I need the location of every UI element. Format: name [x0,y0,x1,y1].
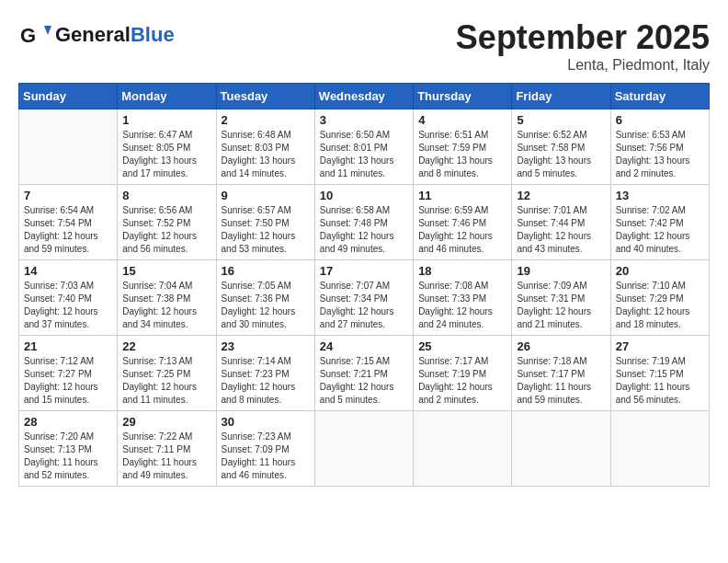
day-number: 30 [222,415,310,429]
day-info: Sunrise: 6:53 AMSunset: 7:56 PMDaylight:… [616,129,704,180]
calendar-cell: 24Sunrise: 7:15 AMSunset: 7:21 PMDayligh… [314,336,413,411]
calendar-table: SundayMondayTuesdayWednesdayThursdayFrid… [18,83,710,487]
day-number: 27 [616,339,704,353]
day-info: Sunrise: 6:54 AMSunset: 7:54 PMDaylight:… [24,204,112,256]
day-info: Sunrise: 7:10 AMSunset: 7:29 PMDaylight:… [616,280,704,331]
weekday-friday: Friday [512,84,610,109]
day-number: 11 [418,189,506,202]
day-number: 28 [24,415,112,429]
day-info: Sunrise: 6:58 AMSunset: 7:48 PMDaylight:… [320,204,408,256]
day-number: 25 [418,339,506,353]
weekday-monday: Monday [118,84,216,109]
day-number: 13 [616,189,704,202]
day-number: 21 [24,339,112,353]
day-number: 5 [517,113,605,127]
calendar-cell: 20Sunrise: 7:10 AMSunset: 7:29 PMDayligh… [610,260,709,336]
calendar-cell: 21Sunrise: 7:12 AMSunset: 7:27 PMDayligh… [19,336,118,411]
calendar-cell: 10Sunrise: 6:58 AMSunset: 7:48 PMDayligh… [314,185,413,260]
weekday-sunday: Sunday [19,84,118,109]
location-title: Lenta, Piedmont, Italy [456,57,710,74]
calendar-cell: 16Sunrise: 7:05 AMSunset: 7:36 PMDayligh… [216,260,314,336]
day-info: Sunrise: 7:23 AMSunset: 7:09 PMDaylight:… [222,431,310,482]
svg-marker-1 [44,26,51,35]
day-info: Sunrise: 7:19 AMSunset: 7:15 PMDaylight:… [616,355,704,407]
day-number: 16 [222,264,310,278]
day-info: Sunrise: 7:03 AMSunset: 7:40 PMDaylight:… [24,280,112,331]
page-header: G GeneralBlue September 2025 Lenta, Pied… [18,18,710,74]
day-info: Sunrise: 6:50 AMSunset: 8:01 PMDaylight:… [320,129,408,180]
calendar-cell: 26Sunrise: 7:18 AMSunset: 7:17 PMDayligh… [512,336,610,411]
calendar-cell: 30Sunrise: 7:23 AMSunset: 7:09 PMDayligh… [216,411,314,487]
day-info: Sunrise: 7:02 AMSunset: 7:42 PMDaylight:… [616,204,704,256]
day-info: Sunrise: 7:20 AMSunset: 7:13 PMDaylight:… [24,431,112,482]
day-info: Sunrise: 6:59 AMSunset: 7:46 PMDaylight:… [418,204,506,256]
calendar-cell: 11Sunrise: 6:59 AMSunset: 7:46 PMDayligh… [414,185,512,260]
calendar-cell [19,109,118,185]
calendar-cell: 15Sunrise: 7:04 AMSunset: 7:38 PMDayligh… [118,260,216,336]
calendar-cell: 29Sunrise: 7:22 AMSunset: 7:11 PMDayligh… [118,411,216,487]
day-info: Sunrise: 7:07 AMSunset: 7:34 PMDaylight:… [320,280,408,331]
calendar-cell: 18Sunrise: 7:08 AMSunset: 7:33 PMDayligh… [414,260,512,336]
logo-general: General [55,23,131,46]
month-title: September 2025 [456,18,710,57]
week-row-4: 21Sunrise: 7:12 AMSunset: 7:27 PMDayligh… [19,336,710,411]
calendar-cell: 14Sunrise: 7:03 AMSunset: 7:40 PMDayligh… [19,260,118,336]
week-row-1: 1Sunrise: 6:47 AMSunset: 8:05 PMDaylight… [19,109,710,185]
calendar-cell [314,411,413,487]
day-number: 17 [320,264,408,278]
day-info: Sunrise: 7:18 AMSunset: 7:17 PMDaylight:… [517,355,605,407]
day-number: 18 [418,264,506,278]
calendar-cell: 13Sunrise: 7:02 AMSunset: 7:42 PMDayligh… [610,185,709,260]
day-info: Sunrise: 7:04 AMSunset: 7:38 PMDaylight:… [122,280,210,331]
day-number: 3 [320,113,408,127]
weekday-saturday: Saturday [610,84,709,109]
calendar-cell: 27Sunrise: 7:19 AMSunset: 7:15 PMDayligh… [610,336,709,411]
day-info: Sunrise: 6:51 AMSunset: 7:59 PMDaylight:… [418,129,506,180]
logo-icon: G [18,18,51,52]
day-number: 15 [122,264,210,278]
calendar-cell: 17Sunrise: 7:07 AMSunset: 7:34 PMDayligh… [314,260,413,336]
calendar-cell: 7Sunrise: 6:54 AMSunset: 7:54 PMDaylight… [19,185,118,260]
day-number: 1 [122,113,210,127]
calendar-cell [610,411,709,487]
day-info: Sunrise: 6:57 AMSunset: 7:50 PMDaylight:… [222,204,310,256]
weekday-wednesday: Wednesday [314,84,413,109]
day-number: 4 [418,113,506,127]
calendar-cell: 8Sunrise: 6:56 AMSunset: 7:52 PMDaylight… [118,185,216,260]
day-info: Sunrise: 6:47 AMSunset: 8:05 PMDaylight:… [122,129,210,180]
logo-blue: Blue [131,23,175,46]
calendar-cell: 19Sunrise: 7:09 AMSunset: 7:31 PMDayligh… [512,260,610,336]
calendar-cell: 9Sunrise: 6:57 AMSunset: 7:50 PMDaylight… [216,185,314,260]
day-info: Sunrise: 6:48 AMSunset: 8:03 PMDaylight:… [222,129,310,180]
calendar-cell [512,411,610,487]
day-info: Sunrise: 6:52 AMSunset: 7:58 PMDaylight:… [517,129,605,180]
title-area: September 2025 Lenta, Piedmont, Italy [456,18,710,74]
day-info: Sunrise: 7:12 AMSunset: 7:27 PMDaylight:… [24,355,112,407]
calendar-cell: 23Sunrise: 7:14 AMSunset: 7:23 PMDayligh… [216,336,314,411]
week-row-5: 28Sunrise: 7:20 AMSunset: 7:13 PMDayligh… [19,411,710,487]
calendar-cell: 22Sunrise: 7:13 AMSunset: 7:25 PMDayligh… [118,336,216,411]
calendar-body: 1Sunrise: 6:47 AMSunset: 8:05 PMDaylight… [19,109,710,487]
day-number: 7 [24,189,112,202]
day-number: 26 [517,339,605,353]
day-number: 10 [320,189,408,202]
day-number: 12 [517,189,605,202]
logo: G GeneralBlue [18,18,175,52]
day-info: Sunrise: 7:05 AMSunset: 7:36 PMDaylight:… [222,280,310,331]
svg-text:G: G [20,24,36,47]
calendar-cell: 25Sunrise: 7:17 AMSunset: 7:19 PMDayligh… [414,336,512,411]
calendar-cell: 6Sunrise: 6:53 AMSunset: 7:56 PMDaylight… [610,109,709,185]
day-number: 6 [616,113,704,127]
day-info: Sunrise: 7:15 AMSunset: 7:21 PMDaylight:… [320,355,408,407]
day-number: 9 [222,189,310,202]
weekday-tuesday: Tuesday [216,84,314,109]
day-info: Sunrise: 7:08 AMSunset: 7:33 PMDaylight:… [418,280,506,331]
day-number: 14 [24,264,112,278]
day-number: 19 [517,264,605,278]
day-number: 8 [122,189,210,202]
calendar-cell: 1Sunrise: 6:47 AMSunset: 8:05 PMDaylight… [118,109,216,185]
calendar-cell [414,411,512,487]
day-number: 2 [222,113,310,127]
day-number: 29 [122,415,210,429]
calendar-cell: 2Sunrise: 6:48 AMSunset: 8:03 PMDaylight… [216,109,314,185]
